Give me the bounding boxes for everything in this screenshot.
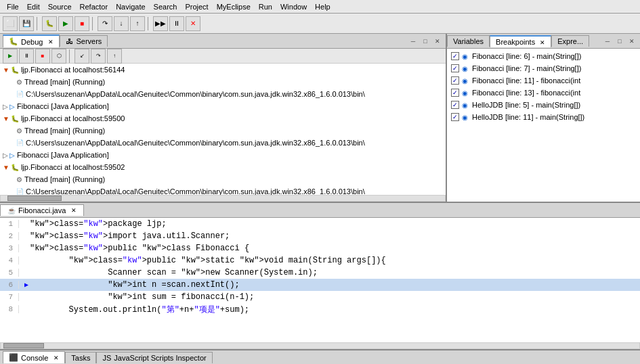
bp-icon-2: ◉: [462, 77, 468, 85]
tree-item-1[interactable]: ⚙Thread [main] (Running): [0, 76, 446, 88]
toolbar-new[interactable]: ⬜: [3, 16, 18, 31]
tab-console[interactable]: ⬛ Console ✕: [3, 351, 65, 363]
bug-icon: 🐛: [11, 66, 19, 74]
tab-tasks[interactable]: Tasks: [65, 352, 96, 363]
tab-debug[interactable]: 🐛 Debug ✕: [3, 35, 60, 47]
bp-checkbox-5[interactable]: ✓: [451, 113, 459, 121]
tree-item-7[interactable]: ▷▷Fibonacci [Java Application]: [0, 149, 446, 161]
menu-file[interactable]: File: [3, 1, 23, 12]
menu-edit[interactable]: Edit: [23, 1, 44, 12]
toolbar-step-return[interactable]: ↑: [130, 16, 145, 31]
debug-step-into-btn[interactable]: ↙: [74, 49, 89, 64]
toolbar-resume[interactable]: ▶▶: [153, 16, 168, 31]
bp-item-5[interactable]: ✓ ◉ HelloJDB [line: 11] - main(String[]): [448, 111, 639, 123]
line-marker: ▶: [24, 280, 30, 290]
debug-resume-btn[interactable]: ▶: [3, 49, 18, 64]
toolbar-step-over[interactable]: ↷: [98, 16, 112, 31]
code-line-6[interactable]: 6▶ "kw">int n =scan.nextInt();: [0, 279, 640, 291]
close-console-icon[interactable]: ✕: [54, 355, 59, 361]
menu-source[interactable]: Source: [44, 1, 76, 12]
toolbar-stop[interactable]: ■: [74, 16, 89, 31]
bug-icon: 🐛: [11, 115, 19, 122]
bp-item-4[interactable]: ✓ ◉ HelloJDB [line: 5] - main(String[]): [448, 99, 639, 111]
tab-js-inspector[interactable]: JS JavaScript Scripts Inspector: [96, 352, 212, 363]
menu-refactor[interactable]: Refactor: [76, 1, 112, 12]
toolbar-run[interactable]: ▶: [58, 16, 73, 31]
toolbar-save[interactable]: 💾: [19, 16, 34, 31]
vars-panel-icons: ─ □ ✕: [602, 36, 640, 47]
debug-tree[interactable]: ▼🐛ljp.Fibonacci at localhost:56144⚙Threa…: [0, 64, 446, 195]
menu-window[interactable]: Window: [276, 1, 311, 12]
toolbar-step-into[interactable]: ↓: [114, 16, 129, 31]
tree-item-0[interactable]: ▼🐛ljp.Fibonacci at localhost:56144: [0, 64, 446, 76]
editor-scrollbar-h[interactable]: [0, 342, 640, 349]
minimize-vars-icon[interactable]: ─: [602, 36, 613, 47]
scroll-thumb[interactable]: [7, 196, 62, 201]
debug-suspend-btn[interactable]: ⏸: [19, 49, 34, 64]
code-line-1[interactable]: 1"kw">class="kw">package ljp;: [0, 218, 640, 230]
tab-breakpoints[interactable]: Breakpoints ✕: [490, 35, 551, 47]
tree-text: ljp.Fibonacci at localhost:59502: [21, 163, 125, 171]
tree-item-2[interactable]: 📄C:\Users\suzenan\AppData\Local\Genuitec…: [0, 88, 446, 100]
tree-item-3[interactable]: ▷▷Fibonacci [Java Application]: [0, 100, 446, 112]
menu-myeclipse[interactable]: MyEclipse: [213, 1, 255, 12]
close-bp-icon[interactable]: ✕: [540, 39, 545, 46]
line-content: System.out.println("第"+n+"项是"+sum);: [30, 304, 249, 315]
bp-checkbox-0[interactable]: ✓: [451, 52, 459, 60]
bug-icon: 🐛: [9, 37, 18, 46]
bp-checkbox-3[interactable]: ✓: [451, 89, 459, 97]
bp-item-0[interactable]: ✓ ◉ Fibonacci [line: 6] - main(String[]): [448, 50, 639, 62]
code-line-7[interactable]: 7 "kw">int sum = fibonacci(n-1);: [0, 291, 640, 303]
bp-checkbox-2[interactable]: ✓: [451, 76, 459, 85]
close-vars-icon[interactable]: ✕: [626, 36, 637, 47]
maximize-vars-icon[interactable]: □: [614, 36, 625, 47]
menu-project[interactable]: Project: [181, 1, 212, 12]
tree-item-9[interactable]: ⚙Thread [main] (Running): [0, 173, 446, 185]
tree-text: C:\Users\suzenan\AppData\Local\Genuitec\…: [26, 139, 365, 147]
breakpoints-list: ✓ ◉ Fibonacci [line: 6] - main(String[])…: [447, 49, 640, 202]
tree-item-6[interactable]: 📄C:\Users\suzenan\AppData\Local\Genuitec…: [0, 137, 446, 149]
menu-help[interactable]: Help: [311, 1, 335, 12]
toolbar-debug[interactable]: 🐛: [42, 16, 57, 31]
bp-text-1: Fibonacci [line: 7] - main(String[]): [472, 64, 581, 72]
bp-checkbox-1[interactable]: ✓: [451, 64, 459, 72]
close-debug-icon[interactable]: ✕: [48, 39, 54, 45]
bp-item-3[interactable]: ✓ ◉ Fibonacci [line: 13] - fibonacci(int: [448, 87, 639, 99]
line-number: 2: [0, 232, 19, 240]
menu-navigate[interactable]: Navigate: [112, 1, 149, 12]
bug-icon: 🐛: [11, 164, 19, 171]
code-line-2[interactable]: 2"kw">class="kw">import java.util.Scanne…: [0, 230, 640, 242]
tab-variables[interactable]: Variables: [447, 35, 490, 47]
close-editor-icon[interactable]: ✕: [71, 207, 77, 214]
editor-tab-fibonacci[interactable]: ☕ Fibonacci.java ✕: [0, 204, 84, 216]
bp-item-1[interactable]: ✓ ◉ Fibonacci [line: 7] - main(String[]): [448, 62, 639, 74]
minimize-debug-icon[interactable]: ─: [408, 36, 419, 47]
debug-step-return-btn[interactable]: ↑: [107, 49, 122, 64]
tree-item-8[interactable]: ▼🐛ljp.Fibonacci at localhost:59502: [0, 161, 446, 173]
editor-scroll-thumb[interactable]: [3, 343, 44, 348]
debug-disconnect-btn[interactable]: ⬡: [51, 49, 66, 64]
debug-step-over-btn[interactable]: ↷: [91, 49, 106, 64]
code-line-5[interactable]: 5 Scanner scan = "kw">new Scanner(System…: [0, 267, 640, 279]
tree-item-4[interactable]: ▼🐛ljp.Fibonacci at localhost:59500: [0, 112, 446, 124]
close-panel-icon[interactable]: ✕: [432, 36, 443, 47]
tab-expressions[interactable]: Expre...: [551, 35, 589, 47]
maximize-debug-icon[interactable]: □: [420, 36, 431, 47]
tree-item-10[interactable]: 📄C:\Users\suzenan\AppData\Local\Genuitec…: [0, 185, 446, 195]
debug-terminate-btn[interactable]: ■: [35, 49, 50, 64]
bp-checkbox-4[interactable]: ✓: [451, 101, 459, 109]
code-line-8[interactable]: 8 System.out.println("第"+n+"项是"+sum);: [0, 303, 640, 315]
menu-search[interactable]: Search: [150, 1, 182, 12]
tree-item-5[interactable]: ⚙Thread [main] (Running): [0, 124, 446, 137]
code-line-3[interactable]: 3"kw">class="kw">public "kw">class Fibon…: [0, 242, 640, 254]
toolbar: ⬜ 💾 🐛 ▶ ■ ↷ ↓ ↑ ▶▶ ⏸ ✕: [0, 14, 640, 34]
menu-run[interactable]: Run: [255, 1, 276, 12]
tab-servers[interactable]: 🖧 Servers: [60, 35, 108, 47]
toolbar-suspend[interactable]: ⏸: [169, 16, 184, 31]
bp-item-2[interactable]: ✓ ◉ Fibonacci [line: 11] - fibonacci(int: [448, 74, 639, 87]
code-editor[interactable]: 1"kw">class="kw">package ljp;2"kw">class…: [0, 218, 640, 342]
toolbar-terminate[interactable]: ✕: [186, 16, 200, 31]
code-line-4[interactable]: 4 "kw">class="kw">public "kw">static "kw…: [0, 254, 640, 267]
js-icon: JS: [102, 354, 111, 362]
debug-scrollbar-h[interactable]: [0, 195, 446, 202]
